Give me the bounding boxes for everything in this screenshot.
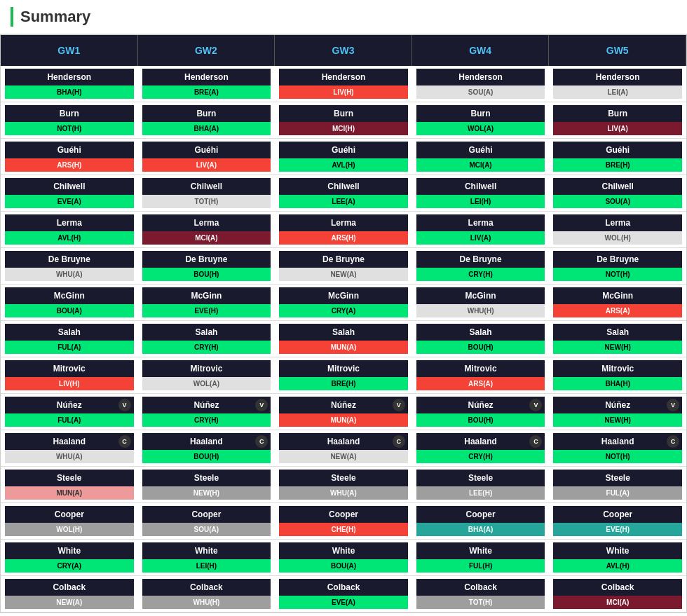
player-cell: GuéhiLIV(A) [138,139,276,175]
fixture-badge: MUN(A) [5,486,134,500]
player-name: White [142,542,271,559]
fixture-badge: NEW(A) [279,450,408,463]
player-cell: SalahMUN(A) [275,321,412,357]
player-name: HaalandC [5,433,134,450]
fixture-badge: CRY(H) [142,341,271,354]
fixture-badge: LIV(A) [142,158,271,172]
fixture-badge: MCI(A) [553,596,682,609]
player-name: Colback [142,579,271,596]
summary-grid: GW1GW2GW3GW4GW5HendersonBHA(H)HendersonB… [0,34,687,613]
fixture-badge: LEE(A) [279,195,408,208]
player-name: Guéhi [553,142,682,158]
player-cell: BurnWOL(A) [412,102,550,139]
player-name: Burn [416,105,545,122]
player-cell: GuéhiAVL(H) [275,139,412,175]
player-cell: WhiteFUL(H) [412,540,550,576]
player-cell: De BruyneBOU(H) [138,248,276,285]
fixture-badge: SOU(A) [416,85,545,99]
player-cell: De BruyneNOT(H) [549,248,686,285]
player-name: Henderson [142,69,271,85]
fixture-badge: ARS(H) [279,231,408,245]
player-cell: MitrovicARS(A) [412,357,550,394]
col-header-gw2: GW2 [138,35,276,66]
player-name: Guéhi [279,142,408,158]
player-cell: McGinnARS(A) [549,285,686,321]
player-cell: WhiteAVL(H) [549,540,686,576]
fixture-badge: LIV(H) [5,377,134,390]
fixture-badge: LEI(A) [553,85,682,99]
vice-captain-badge: V [255,399,268,411]
player-cell: GuéhiBRE(H) [549,139,686,175]
player-name: Colback [5,579,134,596]
player-name: HaalandC [416,433,545,450]
player-cell: SalahNEW(H) [549,321,686,357]
fixture-badge: CHE(H) [279,523,408,536]
player-cell: HaalandCBOU(H) [138,430,276,467]
player-cell: BurnBHA(A) [138,102,276,139]
player-name: Colback [553,579,682,596]
fixture-badge: NEW(A) [279,268,408,281]
player-name: Salah [416,324,545,341]
player-cell: LermaARS(H) [275,212,412,248]
player-cell: GuéhiARS(H) [1,139,138,175]
fixture-badge: NOT(H) [553,450,682,463]
player-name: Mitrovic [142,360,271,377]
col-header-gw4: GW4 [412,35,550,66]
player-name: HaalandC [142,433,271,450]
fixture-badge: EVE(H) [142,304,271,317]
player-cell: NúñezVCRY(H) [138,394,276,430]
vice-captain-badge: V [118,399,131,411]
player-name: Steele [553,470,682,486]
player-cell: HendersonBRE(A) [138,66,276,102]
player-cell: McGinnWHU(H) [412,285,550,321]
fixture-badge: WHU(A) [5,268,134,281]
fixture-badge: CRY(H) [416,268,545,281]
fixture-badge: FUL(A) [5,413,134,427]
captain-badge: C [118,435,131,448]
player-cell: NúñezVFUL(A) [1,394,138,430]
player-cell: GuéhiMCI(A) [412,139,550,175]
fixture-badge: ARS(A) [553,304,682,317]
vice-captain-badge: V [529,399,542,411]
player-cell: WhiteCRY(A) [1,540,138,576]
fixture-badge: BRE(H) [279,377,408,390]
fixture-badge: WOL(A) [142,377,271,390]
player-name: Lerma [5,214,134,231]
fixture-badge: FUL(A) [553,486,682,500]
fixture-badge: BOU(H) [142,268,271,281]
fixture-badge: SOU(A) [142,523,271,536]
player-name: Lerma [416,214,545,231]
col-header-gw3: GW3 [275,35,412,66]
fixture-badge: AVL(H) [5,231,134,245]
fixture-badge: BRE(A) [142,85,271,99]
fixture-badge: NEW(H) [553,341,682,354]
player-cell: HaalandCCRY(H) [412,430,550,467]
fixture-badge: CRY(H) [142,413,271,427]
fixture-badge: MCI(A) [142,231,271,245]
fixture-badge: LIV(A) [553,122,682,135]
fixture-badge: BOU(A) [279,559,408,573]
player-name: Cooper [142,506,271,523]
player-cell: CooperBHA(A) [412,503,550,540]
fixture-badge: FUL(A) [5,341,134,354]
fixture-badge: BHA(A) [416,523,545,536]
player-name: White [5,542,134,559]
player-cell: LermaAVL(H) [1,212,138,248]
title-accent-bar [11,7,13,27]
fixture-badge: TOT(H) [142,195,271,208]
vice-captain-badge: V [667,399,679,411]
player-name: Salah [142,324,271,341]
player-cell: ColbackWHU(H) [138,576,276,612]
player-name: HaalandC [553,433,682,450]
player-cell: SteeleNEW(H) [138,467,276,503]
player-name: Guéhi [5,142,134,158]
fixture-badge: MCI(H) [279,122,408,135]
player-cell: NúñezVMUN(A) [275,394,412,430]
player-cell: ColbackEVE(A) [275,576,412,612]
player-name: Mitrovic [416,360,545,377]
fixture-badge: TOT(H) [416,596,545,609]
player-cell: SteeleLEE(H) [412,467,550,503]
player-cell: HaalandCNOT(H) [549,430,686,467]
fixture-badge: WHU(H) [142,596,271,609]
captain-badge: C [393,435,405,448]
